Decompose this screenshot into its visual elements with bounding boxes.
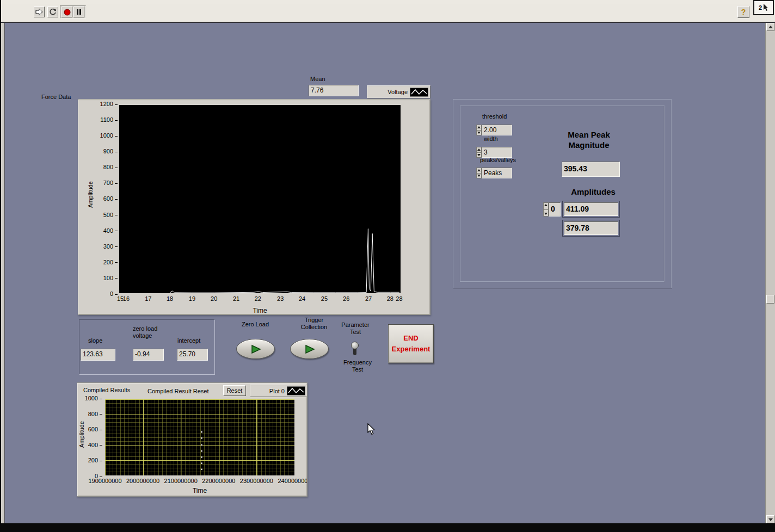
toolbar-group (60, 5, 86, 18)
compiled-chart-frame: Compiled Results Compiled Result Reset R… (77, 382, 307, 497)
compiled-y-axis-ticks: 10008006004002000 (82, 395, 102, 479)
force-legend-label: Voltage (388, 89, 408, 95)
compiled-plot-legend[interactable]: Plot 0 (250, 385, 307, 397)
y-tick-label: 200 (82, 457, 102, 463)
compiled-result-reset-label: Compiled Result Reset (147, 388, 209, 395)
amplitudes-title: Amplitudes (566, 187, 620, 197)
intercept-label: intercept (177, 337, 200, 344)
panel-left-margin (1, 23, 5, 523)
amplitude-element-0: 411.09 (562, 201, 620, 218)
calibration-cluster: slope 123.63 zero load voltage -0.94 int… (79, 319, 215, 375)
width-input[interactable]: 3 (482, 147, 512, 158)
y-tick-label: 600 (82, 426, 102, 432)
threshold-spinner[interactable] (476, 125, 482, 135)
compiled-x-axis-label: Time (105, 487, 294, 494)
amplitude-element-1: 379.78 (562, 220, 620, 237)
x-tick-label: 2300000000 (240, 478, 273, 484)
toggle-knob[interactable] (351, 342, 359, 349)
scroll-up-button[interactable] (766, 23, 774, 31)
context-help-button[interactable]: ? (737, 6, 749, 18)
mean-label: Mean (310, 76, 325, 83)
x-tick-label: 24 (299, 295, 305, 302)
x-tick-label: 18 (167, 295, 173, 302)
y-tick-label: 600 (94, 196, 118, 202)
x-tick-label: 23 (277, 295, 284, 302)
trigger-collection-label: Trigger Collection (292, 317, 336, 331)
force-chart-frame: Amplitude 120011001000900800700600500400… (78, 99, 430, 315)
compiled-plot-area (105, 399, 294, 475)
increment-button[interactable] (476, 168, 482, 174)
run-icon (35, 8, 43, 16)
run-button[interactable] (34, 7, 45, 17)
compiled-plot-canvas (105, 399, 294, 475)
y-tick-label: 300 (94, 244, 118, 250)
intercept-indicator: 25.70 (177, 349, 208, 361)
reset-button[interactable]: Reset (223, 385, 246, 396)
end-experiment-button[interactable]: END Experiment (388, 324, 434, 363)
zero-load-button[interactable] (236, 339, 275, 359)
run-continuous-icon (49, 8, 57, 16)
increment-button[interactable] (476, 125, 482, 131)
vertical-scrollbar[interactable] (765, 23, 775, 523)
increment-button[interactable] (476, 147, 482, 153)
force-plot-area (119, 105, 401, 293)
y-tick-label: 700 (94, 180, 118, 186)
amplitudes-index-input[interactable]: 0 (549, 202, 561, 216)
x-tick-label: 16 (123, 295, 130, 302)
x-tick-label: 1900000000 (88, 478, 121, 484)
compiled-x-axis-ticks: 1900000000200000000021000000002200000000… (105, 477, 294, 485)
x-tick-label: 2000000000 (126, 478, 159, 484)
force-x-axis-label: Time (119, 307, 401, 314)
trigger-collection-button[interactable] (290, 339, 329, 359)
increment-button[interactable] (543, 202, 549, 210)
green-arrow-icon (250, 344, 262, 354)
compiled-legend-label: Plot 0 (269, 388, 285, 394)
slope-label: slope (88, 337, 102, 344)
threshold-label: threshold (482, 113, 507, 120)
y-tick-label: 1200 (94, 101, 118, 107)
force-chart-label: Force Data (41, 94, 71, 101)
y-tick-label: 800 (82, 411, 102, 417)
mean-indicator: 7.76 (309, 85, 359, 96)
y-tick-label: 1000 (82, 395, 102, 401)
compiled-results-label: Compiled Results (83, 387, 130, 394)
y-tick-label: 900 (94, 149, 118, 154)
force-x-axis-ticks: 151617181920212223242526272828 (119, 295, 401, 302)
force-plot-legend[interactable]: Voltage (367, 85, 430, 98)
x-tick-label: 22 (255, 295, 261, 302)
zero-load-voltage-indicator: -0.94 (133, 349, 164, 361)
peaks-valleys-spinner[interactable] (476, 168, 482, 178)
x-tick-label: 26 (343, 295, 349, 302)
x-tick-label: 28 (387, 295, 393, 302)
peaks-valleys-select[interactable]: Peaks (482, 168, 512, 178)
scroll-thumb[interactable] (766, 295, 774, 304)
y-tick-label: 1100 (94, 117, 118, 123)
y-tick-label: 400 (82, 442, 102, 448)
width-spinner[interactable] (476, 147, 482, 158)
labview-front-panel-window: ? 2 Force Data Mean 7.76 Voltage Amplitu… (0, 0, 775, 532)
x-tick-label: 25 (321, 295, 328, 302)
y-tick-label: 100 (94, 275, 118, 281)
mean-peak-magnitude-title: Mean Peak Magnitude (558, 129, 619, 150)
x-tick-label: 27 (365, 295, 372, 302)
decrement-button[interactable] (476, 131, 482, 136)
vi-icon-label: 2 (759, 4, 762, 11)
toolbar: ? (0, 4, 775, 23)
decrement-button[interactable] (476, 174, 482, 179)
threshold-input[interactable]: 2.00 (482, 125, 512, 135)
x-tick-label: 2400000000 (278, 478, 307, 484)
test-mode-toggle[interactable] (351, 342, 359, 356)
force-y-axis-ticks: 1200110010009008007006005004003002001000 (94, 101, 118, 297)
decrement-button[interactable] (543, 210, 549, 217)
zero-load-label: Zero Load (233, 321, 277, 328)
vi-icon[interactable]: 2 (753, 0, 774, 15)
mean-peak-magnitude-indicator: 395.43 (562, 162, 620, 177)
pause-icon (76, 9, 82, 15)
pause-button[interactable] (73, 7, 84, 17)
scroll-down-button[interactable] (766, 515, 774, 523)
slope-indicator: 123.63 (81, 349, 115, 361)
amplitudes-index-spinner[interactable] (543, 202, 549, 216)
run-continuous-button[interactable] (47, 7, 58, 17)
abort-button[interactable] (61, 7, 72, 17)
y-tick-label: 800 (94, 164, 118, 170)
